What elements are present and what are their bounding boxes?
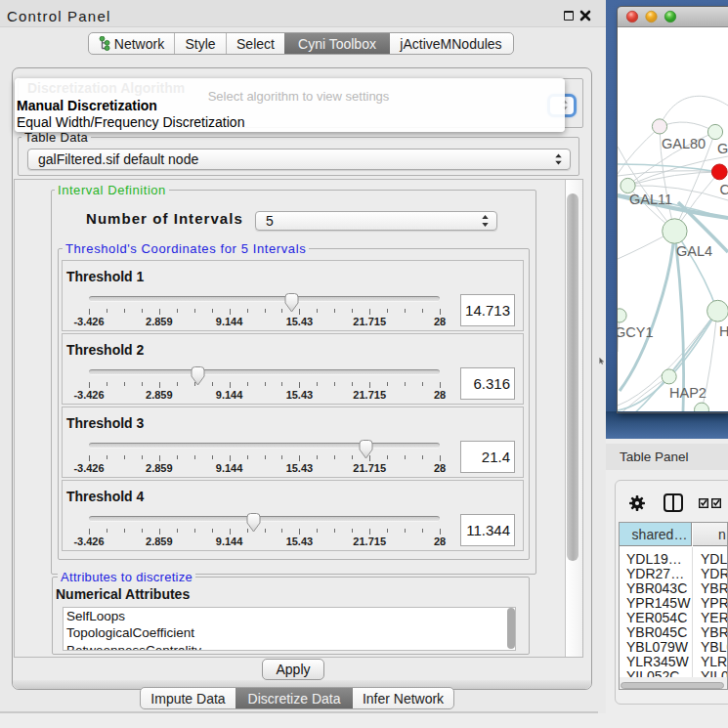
svg-text:GAL11: GAL11 (629, 192, 672, 207)
svg-text:H: H (719, 323, 728, 339)
svg-text:HAP2: HAP2 (669, 385, 707, 401)
svg-text:GA: GA (717, 141, 728, 156)
svg-text:GAL4: GAL4 (676, 243, 712, 259)
svg-text:GCY1: GCY1 (618, 324, 654, 340)
svg-text:GAL80: GAL80 (662, 136, 706, 151)
svg-text:C: C (720, 182, 728, 197)
